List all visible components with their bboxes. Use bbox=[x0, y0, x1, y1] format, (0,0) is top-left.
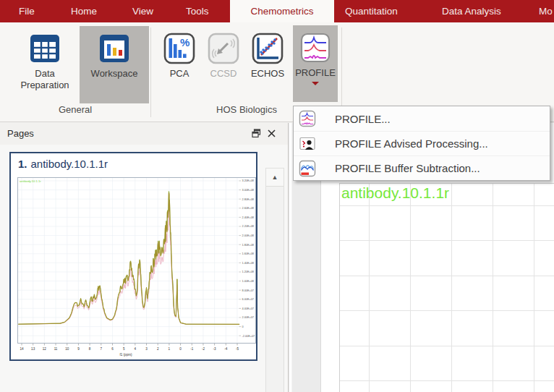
svg-text:2.20E+08: 2.20E+08 bbox=[242, 225, 254, 228]
svg-text:1.00E+08: 1.00E+08 bbox=[242, 280, 254, 283]
echos-button[interactable]: ECHOS bbox=[246, 26, 289, 103]
profile-peaks-icon bbox=[299, 110, 316, 127]
svg-text:8.00E+07: 8.00E+07 bbox=[242, 289, 254, 292]
svg-text:-1: -1 bbox=[190, 347, 194, 351]
tab-chemometrics-active[interactable]: Chemometrics bbox=[230, 0, 334, 22]
svg-text:3.20E+08: 3.20E+08 bbox=[242, 179, 254, 182]
scroll-up-button[interactable]: ▲ bbox=[266, 169, 284, 187]
pca-label: PCA bbox=[158, 68, 200, 80]
pages-panel: Pages 1.antibody.10.1.1r 3.20E bbox=[0, 123, 289, 392]
menu-item-label: PROFILE... bbox=[335, 113, 391, 125]
page-number: 1. bbox=[18, 158, 27, 170]
svg-text:10: 10 bbox=[65, 347, 69, 351]
profile-label: PROFILE bbox=[293, 67, 338, 79]
pages-panel-header: Pages bbox=[0, 123, 288, 145]
svg-text:0: 0 bbox=[179, 347, 182, 351]
menu-item-label: PROFILE Advised Processing... bbox=[335, 137, 488, 150]
nmr-spectrum-thumbnail: 3.20E+083.00E+082.80E+082.60E+082.40E+08… bbox=[17, 177, 256, 358]
svg-text:6.00E+07: 6.00E+07 bbox=[242, 298, 254, 301]
svg-text:9: 9 bbox=[77, 347, 80, 351]
svg-text:-2: -2 bbox=[202, 347, 205, 351]
pages-list: 1.antibody.10.1.1r 3.20E+083.00E+082.80E… bbox=[0, 145, 288, 392]
svg-text:4: 4 bbox=[135, 347, 137, 351]
svg-text:6: 6 bbox=[111, 347, 114, 351]
data-preparation-button[interactable]: Data Preparation bbox=[12, 26, 78, 103]
menu-item-label: PROFILE Buffer Subtraction... bbox=[335, 162, 480, 174]
ccsd-icon bbox=[207, 32, 240, 65]
tab-data-analysis[interactable]: Data Analysis bbox=[442, 0, 501, 22]
svg-text:8: 8 bbox=[89, 347, 91, 351]
svg-text:-2.00E+07: -2.00E+07 bbox=[242, 335, 255, 338]
tab-tools[interactable]: Tools bbox=[186, 0, 209, 22]
echos-icon bbox=[251, 32, 284, 65]
pca-button[interactable]: % PCA bbox=[158, 26, 200, 103]
data-preparation-label-line1: Data bbox=[12, 68, 78, 80]
profile-dropdown-menu: PROFILE... PROFILE Advised Processing...… bbox=[293, 106, 550, 181]
grid-lines bbox=[340, 184, 554, 392]
workspace-label: Workspace bbox=[80, 68, 149, 80]
svg-text:antibody.10.1.1r: antibody.10.1.1r bbox=[20, 179, 41, 183]
svg-text:2.60E+08: 2.60E+08 bbox=[242, 207, 254, 210]
page-name: antibody.10.1.1r bbox=[31, 158, 108, 170]
menu-item-profile-advised-processing[interactable]: PROFILE Advised Processing... bbox=[294, 131, 550, 155]
svg-text:1.80E+08: 1.80E+08 bbox=[242, 244, 254, 247]
ribbon-tab-bar: File Home View Tools Chemometrics Quanti… bbox=[0, 0, 554, 22]
profile-peaks-icon bbox=[299, 31, 332, 64]
application-window: File Home View Tools Chemometrics Quanti… bbox=[0, 0, 554, 392]
svg-text:f1 (ppm): f1 (ppm) bbox=[119, 353, 132, 357]
svg-text:13: 13 bbox=[31, 347, 35, 351]
tab-home[interactable]: Home bbox=[71, 0, 97, 22]
svg-text:2.40E+08: 2.40E+08 bbox=[242, 216, 254, 219]
svg-text:%: % bbox=[180, 36, 189, 48]
svg-text:1.40E+08: 1.40E+08 bbox=[242, 262, 254, 265]
svg-text:11: 11 bbox=[54, 347, 58, 351]
pages-panel-title: Pages bbox=[7, 123, 34, 145]
menu-item-profile-buffer-subtraction[interactable]: PROFILE Buffer Subtraction... bbox=[294, 155, 550, 180]
tab-modeling-clipped[interactable]: Mo bbox=[539, 0, 553, 22]
svg-text:2.00E+08: 2.00E+08 bbox=[242, 234, 254, 237]
advisor-icon bbox=[299, 135, 316, 153]
svg-text:5: 5 bbox=[123, 347, 125, 351]
pages-scrollbar[interactable]: ▲ bbox=[265, 168, 284, 392]
svg-text:1: 1 bbox=[169, 347, 171, 351]
tab-file[interactable]: File bbox=[19, 0, 35, 22]
pca-icon: % bbox=[163, 32, 196, 65]
svg-text:2.80E+08: 2.80E+08 bbox=[242, 198, 254, 201]
close-panel-icon[interactable] bbox=[267, 129, 276, 138]
svg-text:2.00E+07: 2.00E+07 bbox=[242, 316, 254, 319]
svg-text:2: 2 bbox=[157, 347, 159, 351]
svg-text:3.00E+08: 3.00E+08 bbox=[242, 189, 254, 192]
profile-button[interactable]: PROFILE bbox=[293, 25, 338, 102]
echos-label: ECHOS bbox=[246, 68, 289, 80]
svg-text:4.00E+07: 4.00E+07 bbox=[242, 307, 254, 310]
group-label-general: General bbox=[0, 104, 150, 115]
ribbon-group-separator bbox=[341, 27, 342, 117]
ccsd-label: CCSD bbox=[203, 68, 244, 80]
ccsd-button-disabled: CCSD bbox=[203, 26, 244, 103]
float-panel-icon[interactable] bbox=[252, 129, 261, 138]
svg-text:-5: -5 bbox=[236, 347, 239, 351]
buffer-subtraction-icon bbox=[299, 160, 316, 177]
menu-item-profile[interactable]: PROFILE... bbox=[294, 106, 550, 131]
svg-text:3: 3 bbox=[145, 347, 148, 351]
canvas-spectrum-title[interactable]: antibody.10.1.1r bbox=[341, 184, 449, 202]
workspace-chart-icon bbox=[98, 32, 131, 65]
page-thumbnail-selected[interactable]: 1.antibody.10.1.1r 3.20E+083.00E+082.80E… bbox=[9, 152, 257, 361]
data-table-icon bbox=[28, 32, 61, 65]
ribbon-group-separator bbox=[150, 27, 151, 117]
tab-view[interactable]: View bbox=[132, 0, 153, 22]
page-grid: antibody.10.1.1r bbox=[339, 183, 554, 392]
svg-text:14: 14 bbox=[20, 347, 24, 351]
svg-text:1.60E+08: 1.60E+08 bbox=[242, 252, 254, 255]
svg-text:-4: -4 bbox=[224, 347, 228, 351]
svg-text:1.20E+08: 1.20E+08 bbox=[242, 270, 254, 273]
svg-text:0: 0 bbox=[242, 325, 244, 328]
data-preparation-label-line2: Preparation bbox=[12, 80, 78, 91]
svg-text:-3: -3 bbox=[213, 347, 217, 351]
profile-dropdown-arrow-icon[interactable] bbox=[312, 82, 319, 85]
workspace-button[interactable]: Workspace bbox=[80, 26, 149, 103]
svg-text:7: 7 bbox=[101, 347, 103, 351]
svg-text:12: 12 bbox=[43, 347, 47, 351]
tab-quantitation[interactable]: Quantitation bbox=[345, 0, 398, 22]
page-thumbnail-title: 1.antibody.10.1.1r bbox=[18, 158, 108, 170]
